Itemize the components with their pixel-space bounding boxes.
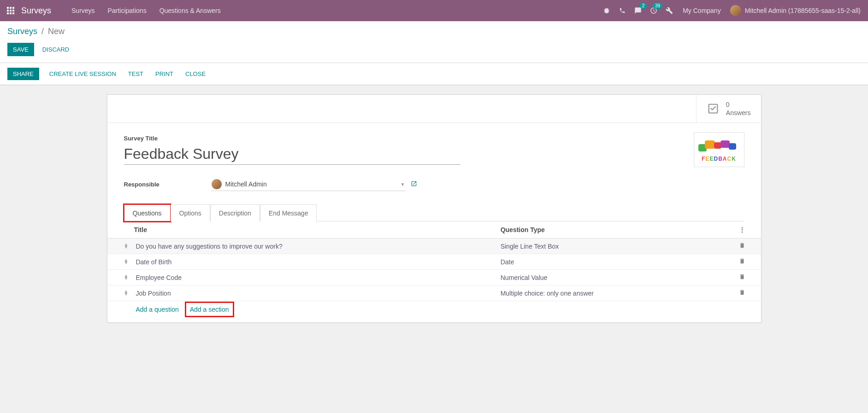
drag-handle-icon[interactable]: ▲▼ (124, 259, 129, 264)
form-tabs: Questions Options Description End Messag… (124, 204, 744, 221)
table-row[interactable]: ▲▼ Do you have any suggestions to improv… (107, 238, 761, 254)
answers-stat-button[interactable]: 0 Answers (696, 95, 761, 122)
form-sheet: 0 Answers FEEDBACK Survey Title Responsi… (107, 94, 762, 323)
messages-icon[interactable]: 2 (630, 0, 646, 21)
row-type: Single Line Text Box (497, 238, 735, 254)
svg-rect-4 (10, 10, 12, 12)
svg-rect-8 (12, 12, 14, 14)
row-type: Date (497, 254, 735, 270)
tab-options[interactable]: Options (171, 204, 210, 221)
table-row[interactable]: ▲▼ Job Position Multiple choice: only on… (107, 285, 761, 301)
breadcrumb-separator: / (41, 27, 44, 36)
nav-surveys[interactable]: Surveys (65, 0, 101, 21)
phone-icon[interactable] (614, 0, 630, 21)
breadcrumb-parent[interactable]: Surveys (7, 27, 37, 36)
svg-rect-1 (10, 7, 12, 9)
breadcrumb-current: New (48, 27, 65, 36)
discard-button[interactable]: Discard (42, 43, 70, 56)
apps-icon[interactable] (4, 4, 18, 17)
external-link-icon[interactable] (411, 180, 417, 188)
delete-row-icon[interactable] (739, 274, 745, 281)
user-menu[interactable]: Mitchell Admin (17885655-saas-15-2-all) (726, 5, 864, 16)
sheet-background: 0 Answers FEEDBACK Survey Title Responsi… (0, 85, 868, 332)
create-live-session-button[interactable]: Create Live Session (47, 68, 118, 80)
svg-rect-0 (7, 7, 9, 9)
tab-description[interactable]: Description (210, 204, 260, 221)
nav-participations[interactable]: Participations (101, 0, 153, 21)
survey-image[interactable]: FEEDBACK (694, 132, 744, 167)
table-row[interactable]: ▲▼ Date of Birth Date (107, 254, 761, 270)
top-navbar: Surveys Surveys Participations Questions… (0, 0, 868, 21)
row-type: Numerical Value (497, 270, 735, 285)
questions-table: Title Question Type ⋮ ▲▼ Do you have any… (107, 221, 761, 318)
answers-label: Answers (726, 109, 751, 117)
drag-handle-icon[interactable]: ▲▼ (124, 243, 129, 249)
row-title: Employee Code (132, 270, 496, 285)
breadcrumb: Surveys / New (7, 27, 65, 36)
row-title: Do you have any suggestions to improve o… (132, 238, 496, 254)
responsible-label: Responsible (124, 181, 212, 188)
tab-questions[interactable]: Questions (124, 204, 171, 221)
check-square-icon (707, 102, 720, 115)
share-button[interactable]: Share (7, 68, 39, 80)
print-button[interactable]: Print (154, 68, 175, 80)
delete-row-icon[interactable] (739, 290, 745, 297)
save-button[interactable]: Save (7, 43, 34, 56)
statusbar: Share Create Live Session Test Print Clo… (0, 63, 868, 85)
add-question-link[interactable]: Add a question (136, 306, 178, 313)
debug-icon[interactable] (599, 0, 614, 21)
drag-handle-icon[interactable]: ▲▼ (124, 274, 129, 280)
responsible-value: Mitchell Admin (225, 180, 401, 188)
table-menu-icon[interactable]: ⋮ (739, 226, 745, 233)
svg-rect-2 (12, 7, 14, 9)
activities-badge: 39 (653, 3, 662, 9)
stat-button-box: 0 Answers (107, 95, 761, 123)
company-selector[interactable]: My Company (677, 7, 726, 14)
drag-handle-icon[interactable]: ▲▼ (124, 290, 129, 296)
survey-title-label: Survey Title (124, 135, 744, 142)
table-row[interactable]: ▲▼ Employee Code Numerical Value (107, 270, 761, 285)
answers-count: 0 (726, 100, 751, 109)
responsible-avatar (212, 179, 222, 189)
user-avatar (730, 5, 741, 16)
app-brand[interactable]: Surveys (21, 6, 51, 16)
col-header-title: Title (132, 221, 496, 238)
svg-rect-5 (12, 10, 14, 12)
row-type: Multiple choice: only one answer (497, 285, 735, 301)
activities-icon[interactable]: 39 (646, 0, 661, 21)
svg-rect-3 (7, 10, 9, 12)
control-panel: Surveys / New Save Discard (0, 21, 868, 63)
row-title: Job Position (132, 285, 496, 301)
nav-questions-answers[interactable]: Questions & Answers (153, 0, 227, 21)
close-button[interactable]: Close (183, 68, 207, 80)
survey-image-caption: FEEDBACK (702, 156, 736, 162)
add-section-link[interactable]: Add a section (186, 303, 233, 316)
tools-icon[interactable] (661, 0, 677, 21)
survey-title-input[interactable] (124, 144, 461, 165)
delete-row-icon[interactable] (739, 258, 745, 266)
delete-row-icon[interactable] (739, 243, 745, 250)
responsible-field[interactable]: Mitchell Admin ▼ (212, 178, 405, 191)
chevron-down-icon: ▼ (401, 182, 405, 187)
row-title: Date of Birth (132, 254, 496, 270)
svg-rect-7 (10, 12, 12, 14)
add-row: Add a question Add a section (107, 301, 761, 318)
svg-rect-6 (7, 12, 9, 14)
test-button[interactable]: Test (126, 68, 145, 80)
user-name: Mitchell Admin (17885655-saas-15-2-all) (745, 7, 861, 14)
tab-end-message[interactable]: End Message (260, 204, 317, 221)
col-header-type: Question Type (497, 221, 735, 238)
